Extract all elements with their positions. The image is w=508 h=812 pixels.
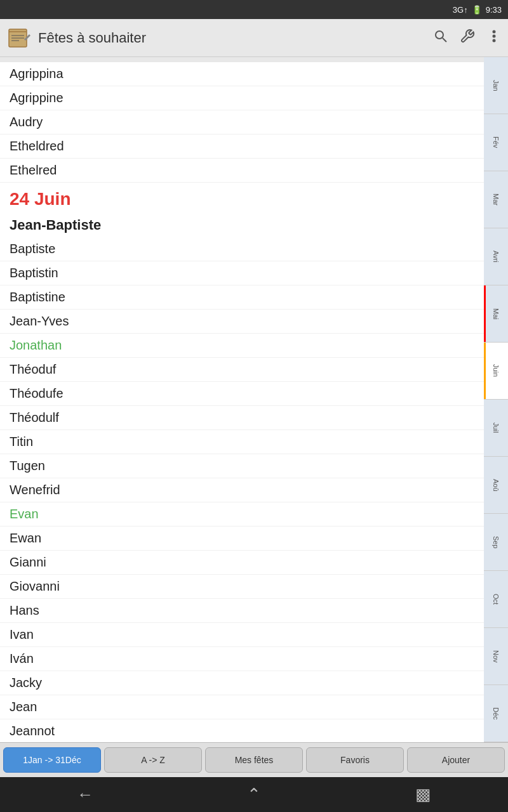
list-item[interactable]: Baptiste bbox=[0, 237, 484, 261]
list-item[interactable]: Jacky bbox=[0, 671, 484, 695]
sidebar-item-mai[interactable]: Mai bbox=[484, 285, 508, 343]
list-item[interactable]: Jean bbox=[0, 695, 484, 719]
back-button[interactable]: ← bbox=[77, 785, 93, 804]
names-list: Baptiste Baptistin Baptistine Jean-Yves … bbox=[0, 237, 484, 742]
list-item[interactable]: Jean-Yves bbox=[0, 310, 484, 334]
list-item-highlighted[interactable]: Evan bbox=[0, 502, 484, 527]
sidebar-item-oct[interactable]: Oct bbox=[484, 571, 508, 628]
battery-icon: 🔋 bbox=[472, 5, 482, 15]
main-layout: Agrippina Agrippine Audry Etheldred Ethe… bbox=[0, 57, 508, 742]
network-indicator: 3G↑ bbox=[453, 5, 468, 15]
content-area[interactable]: Agrippina Agrippine Audry Etheldred Ethe… bbox=[0, 57, 484, 742]
list-item[interactable]: Baptistin bbox=[0, 261, 484, 285]
list-item[interactable]: Jeannot bbox=[0, 719, 484, 742]
list-item[interactable]: Gianni bbox=[0, 551, 484, 575]
month-sidebar[interactable]: Jan Fév Mar Avri Mai Juin Juil Aoû Sep O… bbox=[484, 57, 508, 742]
sidebar-item-sep[interactable]: Sep bbox=[484, 514, 508, 571]
tab-alpha[interactable]: A -> Z bbox=[104, 747, 202, 773]
sidebar-item-avr[interactable]: Avri bbox=[484, 228, 508, 285]
list-item[interactable]: Iván bbox=[0, 647, 484, 671]
list-item[interactable]: Théodufe bbox=[0, 382, 484, 406]
svg-point-6 bbox=[436, 31, 443, 39]
sidebar-item-dec[interactable]: Déc bbox=[484, 685, 508, 742]
svg-point-9 bbox=[493, 35, 495, 37]
tab-myfetes[interactable]: Mes fêtes bbox=[205, 747, 303, 773]
svg-line-7 bbox=[443, 38, 446, 42]
recent-apps-button[interactable]: ▩ bbox=[415, 785, 431, 804]
top-divider bbox=[0, 57, 484, 62]
search-icon[interactable] bbox=[433, 29, 448, 48]
list-item[interactable]: Giovanni bbox=[0, 575, 484, 599]
sidebar-item-nov[interactable]: Nov bbox=[484, 628, 508, 685]
status-bar: 3G↑ 🔋 9:33 bbox=[0, 0, 508, 19]
app-bar: Fêtes à souhaiter bbox=[0, 19, 508, 57]
app-bar-actions bbox=[433, 29, 502, 48]
sidebar-item-mar[interactable]: Mar bbox=[484, 171, 508, 228]
menu-icon[interactable] bbox=[486, 29, 502, 48]
sidebar-item-juil[interactable]: Juil bbox=[484, 400, 508, 457]
list-item[interactable]: Agrippine bbox=[0, 86, 484, 110]
sidebar-item-jan[interactable]: Jan bbox=[484, 57, 508, 114]
svg-point-8 bbox=[493, 30, 495, 32]
sidebar-item-aou[interactable]: Aoû bbox=[484, 457, 508, 514]
list-item[interactable]: Ewan bbox=[0, 527, 484, 551]
sidebar-item-juin[interactable]: Juin bbox=[484, 343, 508, 400]
tab-bar: 1Jan -> 31Déc A -> Z Mes fêtes Favoris A… bbox=[0, 742, 508, 777]
list-item[interactable]: Ivan bbox=[0, 623, 484, 647]
nav-bar: ← ⌃ ▩ bbox=[0, 777, 508, 812]
svg-point-10 bbox=[493, 39, 495, 41]
list-item[interactable]: Ethelred bbox=[0, 159, 484, 183]
app-title: Fêtes à souhaiter bbox=[38, 30, 433, 46]
settings-icon[interactable] bbox=[460, 29, 475, 48]
tab-ajouter[interactable]: Ajouter bbox=[407, 747, 505, 773]
list-item-highlighted[interactable]: Jonathan bbox=[0, 334, 484, 358]
home-button[interactable]: ⌃ bbox=[247, 785, 261, 804]
list-item[interactable]: Agrippina bbox=[0, 62, 484, 86]
list-item[interactable]: Hans bbox=[0, 599, 484, 623]
list-item[interactable]: Wenefrid bbox=[0, 478, 484, 502]
list-item[interactable]: Théodulf bbox=[0, 406, 484, 430]
list-item[interactable]: Etheldred bbox=[0, 134, 484, 159]
tab-favoris[interactable]: Favoris bbox=[306, 747, 404, 773]
clock: 9:33 bbox=[486, 5, 502, 15]
app-logo bbox=[6, 25, 32, 51]
tab-date[interactable]: 1Jan -> 31Déc bbox=[3, 747, 101, 773]
list-item[interactable]: Théoduf bbox=[0, 358, 484, 382]
list-item[interactable]: Titin bbox=[0, 430, 484, 454]
sidebar-item-fev[interactable]: Fév bbox=[484, 114, 508, 171]
list-item[interactable]: Audry bbox=[0, 110, 484, 134]
pre-section-names: Agrippina Agrippine Audry Etheldred Ethe… bbox=[0, 62, 484, 183]
list-item[interactable]: Tugen bbox=[0, 454, 484, 478]
date-header: 24 Juin bbox=[0, 183, 484, 213]
list-item[interactable]: Baptistine bbox=[0, 285, 484, 310]
main-feast-name: Jean-Baptiste bbox=[0, 213, 484, 237]
